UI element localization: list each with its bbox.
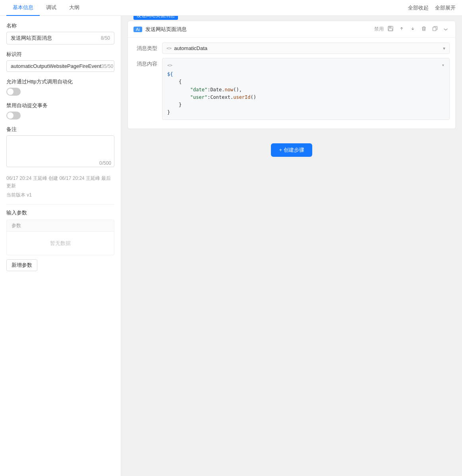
content-header-row: <> ▾: [167, 62, 445, 69]
content-expand-icon: ▾: [442, 62, 445, 69]
tab-debug[interactable]: 调试: [40, 0, 63, 16]
name-input[interactable]: 发送网站页面消息 8/50: [6, 32, 114, 44]
add-param-button[interactable]: 新增参数: [6, 259, 37, 271]
params-table-header: 参数: [6, 220, 114, 232]
top-bar: 基本信息 调试 大纲 全部收起 全部展开: [0, 0, 462, 16]
message-type-label: 消息类型: [133, 42, 157, 52]
save-icon[interactable]: [386, 25, 395, 33]
user-key: "user": [190, 94, 207, 100]
tab-outline[interactable]: 大纲: [63, 0, 86, 16]
params-title: 输入参数: [6, 209, 114, 216]
identifier-section: 标识符 automaticOutputWebsitePageFireEvent …: [6, 51, 114, 72]
code-line-6: }: [167, 109, 445, 116]
date-key: "date": [190, 87, 207, 93]
delete-icon[interactable]: [419, 25, 428, 33]
message-type-row: 消息类型 <> automaticData ▾: [133, 42, 450, 54]
remark-count: 0/500: [99, 160, 111, 166]
identifier-value: automaticOutputWebsitePageFireEvent: [11, 63, 101, 69]
remark-label: 备注: [6, 126, 114, 133]
now-fn: now: [225, 87, 234, 93]
step-tooltip: 发送网站页面消息: [133, 16, 178, 20]
remark-wrapper: 0/500: [6, 135, 114, 168]
identifier-input[interactable]: automaticOutputWebsitePageFireEvent 35/5…: [6, 60, 114, 72]
name-value: 发送网站页面消息: [11, 35, 52, 42]
code-block: ${ { "date":Date.now(), "user":Context.u…: [167, 71, 445, 116]
tab-basic[interactable]: 基本信息: [6, 0, 40, 16]
step-card: 发送网站页面消息 Ai 发送网站页面消息 禁用: [128, 21, 456, 129]
step-title: 发送网站页面消息: [145, 26, 371, 33]
remark-section: 备注 0/500: [6, 126, 114, 168]
dollar-brace: ${: [167, 71, 173, 77]
http-section: 允许通过Http方式调用自动化: [6, 78, 114, 96]
code-line-4: "user":Context.userId(): [167, 94, 445, 101]
disable-button[interactable]: 禁用: [374, 26, 384, 33]
http-toggle[interactable]: [6, 88, 21, 96]
left-panel: 名称 发送网站页面消息 8/50 标识符 automaticOutputWebs…: [0, 16, 121, 476]
version-info: 当前版本 v1: [6, 191, 114, 199]
tab-group: 基本信息 调试 大纲: [6, 0, 86, 15]
code-line-1: ${: [167, 71, 445, 78]
divider: [6, 204, 114, 204]
disable-section: 禁用自动提交事务: [6, 102, 114, 119]
step-card-header: 发送网站页面消息 Ai 发送网站页面消息 禁用: [128, 21, 455, 38]
svg-rect-2: [389, 29, 392, 31]
code-line-5: }: [167, 101, 445, 109]
create-step-container: + 创建步骤: [128, 134, 456, 166]
identifier-label: 标识符: [6, 51, 114, 58]
copy-icon[interactable]: [431, 25, 439, 33]
name-section: 名称 发送网站页面消息 8/50: [6, 22, 114, 44]
collapse-all-button[interactable]: 全部收起: [408, 4, 429, 12]
code-line-3: "date":Date.now(),: [167, 86, 445, 94]
userid-fn: userId: [233, 94, 250, 100]
disable-toggle[interactable]: [6, 112, 21, 119]
name-count: 8/50: [101, 35, 110, 41]
params-empty: 暂无数据: [6, 232, 114, 255]
create-step-button[interactable]: + 创建步骤: [271, 143, 312, 157]
message-content-label: 消息内容: [133, 58, 157, 67]
right-panel: 发送网站页面消息 Ai 发送网站页面消息 禁用: [121, 16, 462, 476]
params-col-label: 参数: [12, 222, 109, 229]
step-badge: Ai: [133, 27, 142, 32]
meta-info: 06/17 20:24 王延峰 创建 06/17 20:24 王延峰 最后更新: [6, 175, 114, 190]
expand-all-button[interactable]: 全部展开: [435, 4, 456, 12]
remark-input[interactable]: [6, 135, 114, 167]
move-up-icon[interactable]: [397, 25, 406, 33]
name-label: 名称: [6, 22, 114, 29]
svg-rect-1: [389, 26, 391, 28]
content-code-icon: <>: [167, 62, 172, 69]
identifier-count: 35/50: [101, 64, 113, 69]
top-bar-actions: 全部收起 全部展开: [408, 4, 456, 12]
move-down-icon[interactable]: [408, 25, 417, 33]
http-label: 允许通过Http方式调用自动化: [6, 78, 114, 85]
message-type-expand-icon: ▾: [443, 46, 445, 51]
code-line-2: {: [167, 78, 445, 86]
main-layout: 名称 发送网站页面消息 8/50 标识符 automaticOutputWebs…: [0, 16, 462, 476]
message-content-row: 消息内容 <> ▾ ${ { "date":Date.now(), "user"…: [133, 58, 450, 120]
step-card-body: 消息类型 <> automaticData ▾ 消息内容 <>: [128, 38, 455, 129]
step-actions: 禁用: [374, 25, 450, 33]
expand-icon[interactable]: [442, 25, 450, 33]
message-type-select[interactable]: <> automaticData ▾: [162, 42, 450, 54]
disable-label: 禁用自动提交事务: [6, 102, 114, 109]
code-brackets-icon: <>: [166, 46, 172, 51]
message-type-value: automaticData: [174, 45, 207, 51]
message-content-editor[interactable]: <> ▾ ${ { "date":Date.now(), "user":Cont…: [162, 58, 450, 120]
svg-rect-3: [433, 27, 436, 31]
